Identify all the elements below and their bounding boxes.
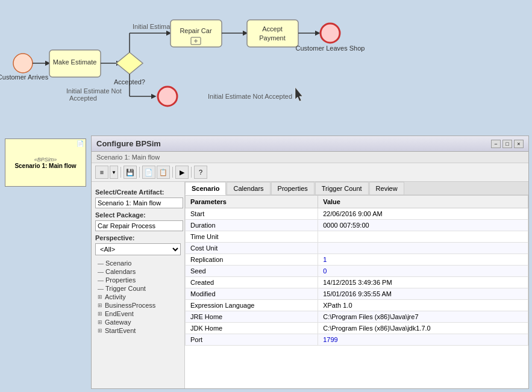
toolbar-separator-3: [172, 167, 173, 178]
dialog-subtitle: Scenario 1: Main flow: [92, 152, 528, 163]
svg-point-0: [13, 54, 33, 73]
tree-item-end-event[interactable]: ⊞ EndEvent: [95, 310, 181, 318]
expand-icon-business-process: ⊞: [98, 302, 105, 308]
value-created: 14/12/2015 3:49:36 PM: [318, 277, 528, 288]
document-icon: 📄: [77, 140, 84, 147]
expand-icon-start-event: ⊞: [98, 328, 105, 334]
value-jre-home: C:\Program Files (x86)\Java\jre7: [318, 311, 528, 323]
tree-label-activity: Activity: [105, 293, 126, 300]
svg-point-27: [158, 87, 177, 106]
tab-trigger-count[interactable]: Trigger Count: [315, 182, 369, 194]
tree-label-business-process: BusinessProcess: [105, 302, 155, 309]
close-button[interactable]: ×: [514, 140, 524, 148]
table-row: Modified 15/01/2016 9:35:55 AM: [186, 288, 528, 300]
tree-item-calendars[interactable]: — Calendars: [95, 267, 181, 276]
svg-marker-29: [295, 87, 302, 101]
window-controls: − □ ×: [491, 140, 524, 148]
params-table: Parameters Value Start 22/06/2016 9:00 A…: [185, 195, 528, 388]
value-time-unit: [318, 231, 528, 243]
package-label: Select Package:: [95, 211, 181, 219]
tree-label-properties: Properties: [105, 276, 136, 284]
bpsim-stereotype: «BPSim»: [34, 157, 57, 163]
table-row: Cost Unit: [186, 243, 528, 254]
run-button[interactable]: ▶: [175, 166, 189, 179]
tab-calendars[interactable]: Calendars: [227, 182, 270, 194]
value-replication: 1: [318, 254, 528, 266]
value-start: 22/06/2016 9:00 AM: [318, 208, 528, 220]
dropdown-arrow[interactable]: ▼: [110, 166, 118, 179]
tree-label-calendars: Calendars: [105, 268, 136, 275]
svg-text:Accepted: Accepted: [69, 95, 97, 102]
col-value: Value: [318, 196, 528, 208]
table-row: Start 22/06/2016 9:00 AM: [186, 208, 528, 220]
tree-label-scenario: Scenario: [105, 260, 131, 267]
dialog-titlebar: Configure BPSim − □ ×: [92, 136, 528, 152]
param-created: Created: [186, 277, 318, 288]
table-row: Time Unit: [186, 231, 528, 243]
new-button[interactable]: 📄: [142, 166, 155, 179]
svg-text:Repair Car: Repair Car: [180, 27, 212, 34]
tree-item-properties[interactable]: — Properties: [95, 276, 181, 284]
expand-icon-activity: ⊞: [98, 294, 105, 300]
param-jdk-home: JDK Home: [186, 323, 318, 334]
dialog-toolbar: ≡ ▼ 💾 📄 📋 ▶ ?: [92, 163, 528, 182]
tree-item-trigger-count[interactable]: — Trigger Count: [95, 284, 181, 293]
value-expression-language: XPath 1.0: [318, 300, 528, 311]
package-input[interactable]: [95, 220, 183, 231]
help-button[interactable]: ?: [194, 166, 207, 179]
bpsim-scenario-box[interactable]: 📄 «BPSim» Scenario 1: Main flow: [5, 138, 86, 187]
tab-properties[interactable]: Properties: [271, 182, 315, 194]
svg-text:Accept: Accept: [262, 25, 283, 33]
param-expression-language: Expression Language: [186, 300, 318, 311]
tree-item-scenario[interactable]: — Scenario: [95, 259, 181, 267]
copy-button[interactable]: 📋: [157, 166, 170, 179]
left-panel: Select/Create Artifact: ... Select Packa…: [92, 182, 185, 388]
param-jre-home: JRE Home: [186, 311, 318, 323]
artifact-input[interactable]: [95, 198, 183, 208]
artifact-label: Select/Create Artifact:: [95, 188, 181, 196]
tree-icon-properties: —: [98, 277, 104, 284]
svg-rect-17: [247, 20, 298, 47]
expand-icon-end-event: ⊞: [98, 311, 105, 317]
right-panel: Scenario Calendars Properties Trigger Co…: [185, 182, 528, 388]
toolbar-separator-2: [139, 167, 140, 178]
expand-icon-gateway: ⊞: [98, 319, 105, 325]
tab-review[interactable]: Review: [369, 182, 404, 194]
tab-bar: Scenario Calendars Properties Trigger Co…: [185, 182, 528, 195]
tree-label-trigger-count: Trigger Count: [105, 285, 146, 292]
param-seed: Seed: [186, 266, 318, 277]
perspective-label: Perspective:: [95, 234, 181, 241]
tree-item-activity[interactable]: ⊞ Activity: [95, 293, 181, 301]
svg-text:Customer Arrives: Customer Arrives: [0, 73, 49, 81]
bottom-panel: 📄 «BPSim» Scenario 1: Main flow Configur…: [0, 132, 532, 392]
save-button[interactable]: 💾: [124, 166, 137, 179]
table-row: Duration 0000 007:59:00: [186, 220, 528, 231]
tree-icon-trigger-count: —: [98, 285, 104, 292]
perspective-dropdown[interactable]: <All>: [95, 243, 181, 255]
col-parameters: Parameters: [186, 196, 318, 208]
menu-button[interactable]: ≡: [95, 166, 108, 179]
svg-text:Initial Estimate Not: Initial Estimate Not: [66, 87, 122, 95]
artifact-row: ...: [95, 198, 181, 208]
tree-item-gateway[interactable]: ⊞ Gateway: [95, 318, 181, 326]
param-port: Port: [186, 334, 318, 346]
tab-scenario[interactable]: Scenario: [185, 182, 226, 195]
maximize-button[interactable]: □: [502, 140, 512, 148]
tree-label-gateway: Gateway: [105, 319, 131, 326]
tree-item-business-process[interactable]: ⊞ BusinessProcess: [95, 301, 181, 310]
table-row: JRE Home C:\Program Files (x86)\Java\jre…: [186, 311, 528, 323]
value-port: 1799: [318, 334, 528, 346]
tree-label-start-event: StartEvent: [105, 327, 136, 334]
param-replication: Replication: [186, 254, 318, 266]
table-row: Expression Language XPath 1.0: [186, 300, 528, 311]
parameters-table: Parameters Value Start 22/06/2016 9:00 A…: [185, 195, 528, 346]
table-row: Seed 0: [186, 266, 528, 277]
dialog-title: Configure BPSim: [96, 139, 161, 148]
toolbar-separator-4: [191, 167, 192, 178]
svg-text:Initial Estimate Not Accepted: Initial Estimate Not Accepted: [208, 93, 292, 100]
tree-item-start-event[interactable]: ⊞ StartEvent: [95, 326, 181, 335]
value-cost-unit: [318, 243, 528, 254]
value-seed: 0: [318, 266, 528, 277]
value-modified: 15/01/2016 9:35:55 AM: [318, 288, 528, 300]
minimize-button[interactable]: −: [491, 140, 501, 148]
